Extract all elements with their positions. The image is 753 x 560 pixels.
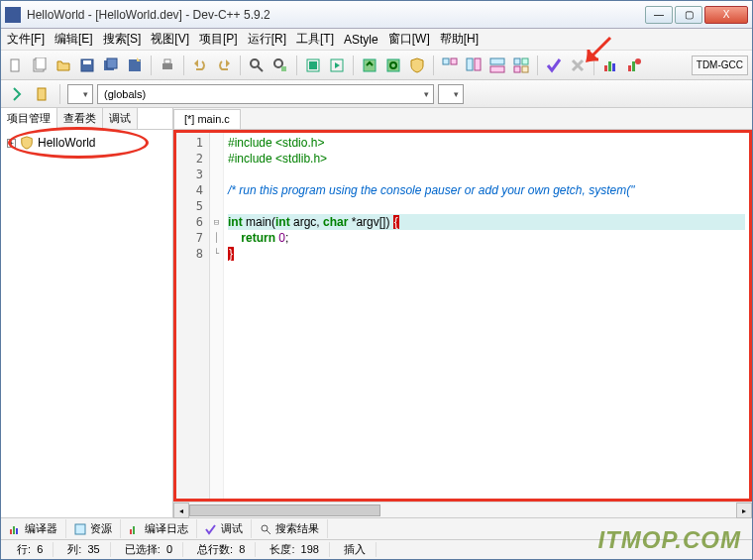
member-combo[interactable] [438,84,464,104]
stop-icon[interactable] [567,55,589,76]
tab-debug-bottom[interactable]: 调试 [197,519,252,538]
window-grid-icon[interactable] [510,55,532,76]
svg-point-35 [635,58,641,64]
tree-root[interactable]: + HelloWorld [7,136,166,150]
tab-search-results[interactable]: 搜索结果 [252,519,328,538]
menu-edit[interactable]: 编辑[E] [54,31,93,48]
tab-compile-log[interactable]: 编译日志 [121,519,197,538]
menu-run[interactable]: 运行[R] [248,31,286,48]
close-button[interactable]: X [704,6,748,24]
profile-icon[interactable] [599,55,621,76]
svg-rect-2 [36,57,46,69]
window-title: HelloWorld - [HelloWorld.dev] - Dev-C++ … [27,8,645,22]
new-project-icon[interactable] [29,55,51,76]
tab-compiler[interactable]: 编译器 [1,519,66,538]
svg-rect-31 [608,61,611,71]
menu-help[interactable]: 帮助[H] [440,31,479,48]
compile-icon[interactable] [302,55,324,76]
svg-rect-30 [604,65,607,71]
status-total-label: 总行数: [197,543,233,555]
scroll-thumb[interactable] [189,504,380,516]
tab-debug[interactable]: 调试 [103,108,138,129]
svg-rect-28 [514,66,520,72]
project-tree: + HelloWorld [1,130,172,517]
svg-point-12 [274,59,282,67]
tab-class-view[interactable]: 查看类 [57,108,103,129]
save-all-icon[interactable] [100,55,122,76]
rebuild-icon[interactable] [382,55,404,76]
svg-rect-32 [612,63,615,71]
menu-view[interactable]: 视图[V] [151,31,189,48]
maximize-button[interactable]: ▢ [675,6,702,24]
svg-line-11 [258,66,263,71]
print-icon[interactable] [157,55,178,76]
svg-rect-38 [13,526,15,534]
scope-combo[interactable]: (globals) [97,84,434,104]
save-as-icon[interactable] [124,55,146,76]
menu-file[interactable]: 文件[F] [7,31,45,48]
tab-project-manager[interactable]: 项目管理 [1,108,57,130]
svg-rect-8 [162,63,172,69]
code-content[interactable]: #include <stdio.h>#include <stdlib.h> /*… [224,133,749,499]
toggle-bookmark-icon[interactable] [31,83,53,105]
debug-shield-icon[interactable] [406,55,428,76]
menu-astyle[interactable]: AStyle [344,33,378,47]
svg-rect-26 [514,58,520,64]
menu-tools[interactable]: 工具[T] [296,31,334,48]
menu-window[interactable]: 窗口[W] [388,31,430,48]
check-icon[interactable] [543,55,565,76]
scope-combo-value: (globals) [104,88,146,100]
delete-profile-icon[interactable] [623,55,645,76]
run-icon[interactable] [326,55,348,76]
class-combo[interactable] [67,84,93,104]
menu-project[interactable]: 项目[P] [199,31,238,48]
scroll-right-icon[interactable]: ▸ [736,503,752,518]
svg-rect-6 [107,58,117,68]
scroll-left-icon[interactable]: ◂ [173,503,189,518]
find-icon[interactable] [246,55,268,76]
horizontal-scrollbar[interactable]: ◂ ▸ [173,502,752,517]
minimize-button[interactable]: — [645,6,673,24]
status-sel-value: 0 [166,543,172,555]
open-icon[interactable] [53,55,74,76]
code-editor[interactable]: 12345678 ⊟│└ #include <stdio.h>#include … [173,130,752,502]
expand-icon[interactable]: + [7,139,16,148]
svg-rect-42 [133,526,135,534]
menu-search[interactable]: 搜索[S] [103,31,142,48]
main-toolbar: TDM-GCC [1,51,752,80]
svg-rect-4 [83,60,91,64]
svg-rect-41 [130,529,132,534]
tab-resources[interactable]: 资源 [66,519,121,538]
goto-bookmark-icon[interactable] [5,83,27,105]
status-col-value: 35 [88,543,100,555]
window-cascade-icon[interactable] [463,55,484,76]
sidebar: 项目管理 查看类 调试 + HelloWorld [1,108,173,517]
svg-rect-20 [443,58,449,64]
status-insert-mode: 插入 [334,542,376,557]
editor-area: [*] main.c 12345678 ⊟│└ #include <stdio.… [173,108,752,517]
redo-icon[interactable] [213,55,235,76]
compile-run-icon[interactable] [359,55,380,76]
svg-rect-13 [281,66,286,71]
replace-icon[interactable] [269,55,291,76]
svg-rect-21 [451,58,457,64]
svg-rect-25 [490,66,504,72]
compiler-selector[interactable]: TDM-GCC [692,56,748,75]
titlebar: HelloWorld - [HelloWorld.dev] - Dev-C++ … [1,1,752,29]
svg-rect-9 [164,59,170,63]
svg-rect-37 [10,529,12,534]
window-split-h-icon[interactable] [486,55,508,76]
svg-rect-40 [75,524,85,534]
undo-icon[interactable] [189,55,211,76]
editor-tab[interactable]: [*] main.c [173,109,241,129]
project-name: HelloWorld [38,136,95,150]
window-tile-icon[interactable] [439,55,461,76]
svg-rect-34 [632,61,635,71]
save-icon[interactable] [76,55,98,76]
status-col-label: 列: [67,543,81,555]
status-total-value: 8 [239,543,245,555]
svg-rect-24 [490,58,504,64]
new-file-icon[interactable] [5,55,27,76]
fold-gutter[interactable]: ⊟│└ [210,133,224,499]
svg-rect-15 [309,61,317,69]
